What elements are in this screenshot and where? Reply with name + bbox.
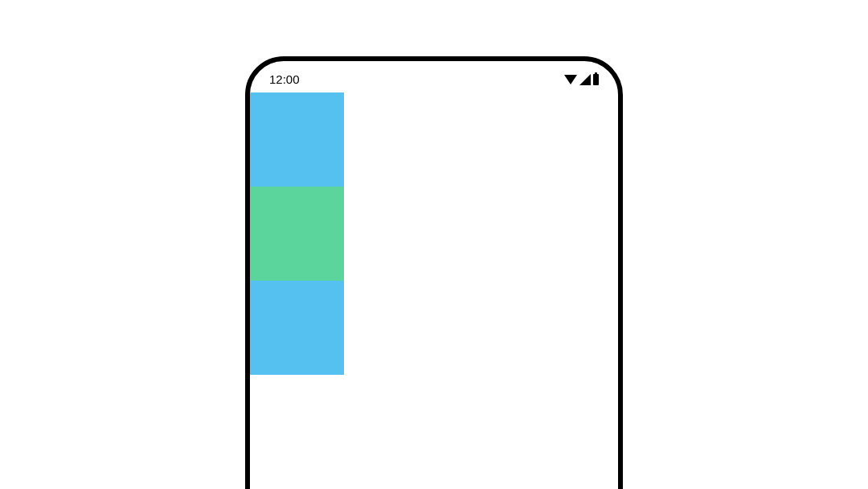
vertical-block-stack — [250, 92, 344, 375]
status-bar: 12:00 — [250, 61, 618, 92]
status-icons-group — [564, 74, 599, 85]
status-time: 12:00 — [269, 72, 300, 86]
screen-content — [250, 92, 618, 375]
phone-device-frame: 12:00 — [245, 56, 623, 489]
wifi-icon — [564, 75, 577, 84]
color-block-bottom — [250, 281, 344, 375]
battery-icon — [593, 74, 599, 85]
color-block-middle — [250, 187, 344, 281]
cellular-signal-icon — [579, 74, 591, 85]
color-block-top — [250, 92, 344, 187]
